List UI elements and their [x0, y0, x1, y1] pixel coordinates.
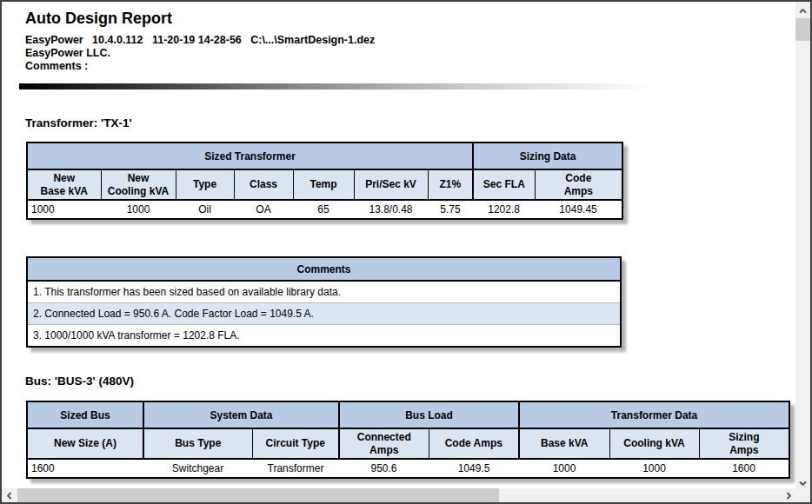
col-header-circuit-type: Circuit Type [252, 428, 339, 459]
separator-gradient-bar [19, 83, 651, 90]
bus-table: Sized Bus System Data Bus Load Transform… [26, 401, 790, 479]
cell-connected-amps: 950.6 [339, 459, 429, 478]
scroll-right-button[interactable] [781, 488, 795, 502]
col-header-code-amps: Code Amps [429, 428, 519, 459]
bus-section-title: Bus: 'BUS-3' (480V) [25, 375, 134, 388]
comments-table: Comments 1. This transformer has been si… [26, 256, 622, 348]
bus-data-row: 1600 Switchgear Transformer 950.6 1049.5… [27, 459, 789, 478]
group-header-sizing-data: Sizing Data [473, 143, 622, 169]
comment-row: 3. 1000/1000 kVA transformer = 1202.8 FL… [27, 325, 621, 348]
cell-circuit-type: Transformer [252, 459, 339, 478]
cell-new-cooling-kva: 1000 [101, 200, 176, 219]
comment-2: 2. Connected Load = 950.6 A. Code Factor… [27, 303, 621, 325]
cell-type: Oil [176, 200, 234, 219]
cell-bus-type: Switchgear [143, 459, 252, 478]
col-header-pri-sec-kv: Pri/Sec kV [354, 169, 428, 200]
app-info-line: EasyPower 10.4.0.112 11-20-19 14-28-56 C… [25, 34, 375, 46]
transformer-data-row: 1000 1000 Oil OA 65 13.8/0.48 5.75 1202.… [27, 200, 622, 219]
comments-header: Comments [27, 257, 621, 281]
comment-1: 1. This transformer has been sized based… [27, 281, 621, 303]
comment-row: 1. This transformer has been sized based… [27, 281, 621, 303]
cell-temp: 65 [293, 200, 354, 219]
report-page: Auto Design Report EasyPower 10.4.0.112 … [2, 2, 795, 488]
col-header-connected-amps: Connected Amps [339, 428, 429, 459]
col-header-sizing-amps: Sizing Amps [699, 428, 789, 459]
bus-group-header-row: Sized Bus System Data Bus Load Transform… [27, 401, 789, 428]
group-header-sized-bus: Sized Bus [27, 401, 143, 428]
comments-label: Comments : [25, 60, 88, 72]
horizontal-scrollbar[interactable] [2, 488, 795, 502]
comments-header-row: Comments [27, 257, 621, 281]
group-header-transformer-data: Transformer Data [519, 401, 789, 428]
col-header-class: Class [234, 169, 293, 200]
transformer-group-header-row: Sized Transformer Sizing Data [27, 143, 622, 169]
scrollbar-corner [795, 488, 810, 502]
scroll-up-button[interactable] [795, 2, 810, 17]
cell-new-base-kva: 1000 [27, 200, 101, 219]
report-window: Auto Design Report EasyPower 10.4.0.112 … [0, 0, 812, 504]
transformer-table: Sized Transformer Sizing Data New Base k… [26, 142, 623, 220]
cell-pri-sec-kv: 13.8/0.48 [354, 200, 428, 219]
cell-cooling-kva: 1000 [609, 459, 699, 478]
transformer-section-title: Transformer: 'TX-1' [25, 116, 132, 129]
group-header-sized-transformer: Sized Transformer [27, 143, 473, 169]
col-header-new-cooling-kva: New Cooling kVA [101, 169, 176, 200]
col-header-type: Type [176, 169, 234, 200]
cell-new-size: 1600 [27, 459, 143, 478]
company-line: EasyPower LLC. [25, 47, 110, 59]
col-header-cooling-kva: Cooling kVA [609, 428, 699, 459]
col-header-sec-fla: Sec FLA [473, 169, 535, 200]
vertical-scrollbar[interactable] [795, 2, 810, 488]
cell-base-kva: 1000 [519, 459, 609, 478]
col-header-code-amps: Code Amps [535, 169, 622, 200]
cell-z1: 5.75 [428, 200, 473, 219]
chevron-right-icon [786, 487, 791, 503]
bus-column-header-row: New Size (A) Bus Type Circuit Type Conne… [27, 428, 789, 459]
col-header-base-kva: Base kVA [519, 428, 609, 459]
col-header-new-base-kva: New Base kVA [27, 169, 101, 200]
chevron-up-icon [799, 2, 807, 17]
transformer-column-header-row: New Base kVA New Cooling kVA Type Class … [27, 169, 622, 200]
chevron-left-icon [7, 487, 12, 503]
cell-sec-fla: 1202.8 [473, 200, 535, 219]
col-header-temp: Temp [293, 169, 354, 200]
group-header-system-data: System Data [143, 401, 339, 428]
group-header-bus-load: Bus Load [339, 401, 519, 428]
report-title: Auto Design Report [25, 10, 172, 28]
comment-row: 2. Connected Load = 950.6 A. Code Factor… [27, 303, 621, 325]
cell-class: OA [234, 200, 293, 219]
cell-code-amps: 1049.5 [429, 459, 519, 478]
chevron-down-icon [799, 474, 807, 489]
vertical-scrollbar-thumb[interactable] [795, 18, 810, 41]
scroll-down-button[interactable] [795, 474, 810, 488]
comment-3: 3. 1000/1000 kVA transformer = 1202.8 FL… [27, 325, 621, 348]
col-header-z1: Z1% [428, 169, 473, 200]
cell-sizing-amps: 1600 [699, 459, 789, 478]
horizontal-scrollbar-thumb[interactable] [17, 488, 499, 502]
col-header-new-size: New Size (A) [27, 428, 143, 459]
scroll-left-button[interactable] [2, 488, 17, 502]
cell-code-amps: 1049.45 [535, 200, 622, 219]
col-header-bus-type: Bus Type [143, 428, 252, 459]
